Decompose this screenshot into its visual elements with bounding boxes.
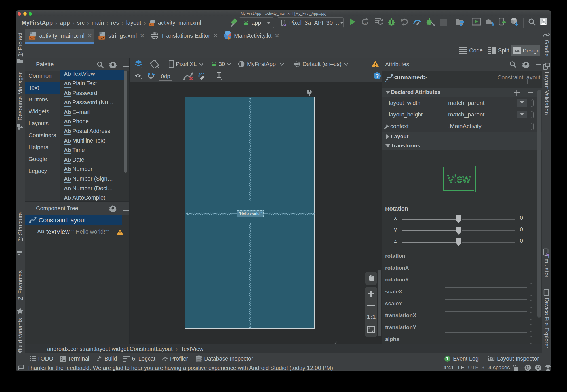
svg-text:A: A [364, 22, 367, 26]
svg-text:C: C [401, 18, 404, 22]
svg-text:<>: <> [30, 36, 35, 40]
svg-text:<>: <> [100, 36, 104, 40]
svg-text:<>: <> [150, 23, 153, 26]
